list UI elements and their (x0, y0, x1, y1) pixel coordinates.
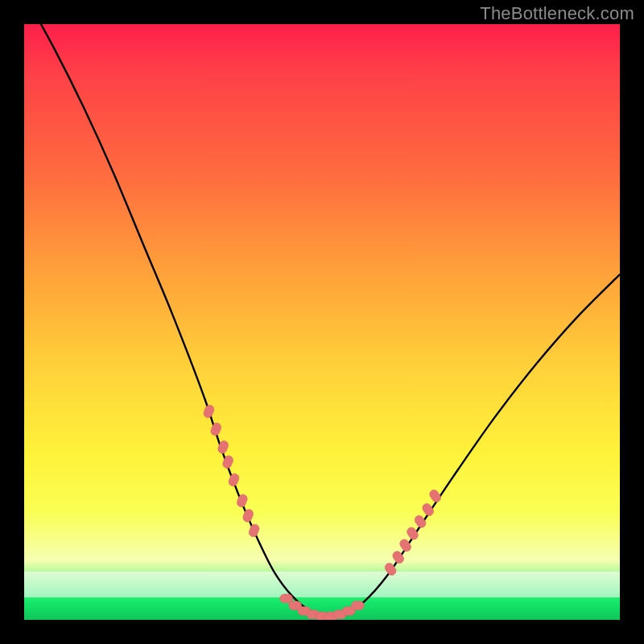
data-marker (280, 594, 293, 603)
data-marker (421, 502, 436, 517)
chart-plot-area (24, 24, 620, 620)
data-marker (413, 514, 427, 529)
markers-right-group (383, 488, 443, 576)
markers-bottom-group (280, 594, 365, 620)
data-marker (428, 488, 443, 503)
chart-frame: TheBottleneck.com (0, 0, 644, 644)
data-marker (202, 404, 215, 419)
data-marker (242, 508, 254, 523)
chart-svg (24, 24, 620, 620)
data-marker (236, 493, 249, 509)
markers-left-group (202, 404, 260, 539)
data-marker (227, 473, 240, 488)
watermark-text: TheBottleneck.com (480, 3, 634, 24)
data-marker (209, 422, 222, 437)
data-marker (248, 523, 261, 539)
data-marker (405, 526, 419, 541)
bottleneck-curve (24, 24, 620, 617)
data-marker (351, 601, 364, 610)
